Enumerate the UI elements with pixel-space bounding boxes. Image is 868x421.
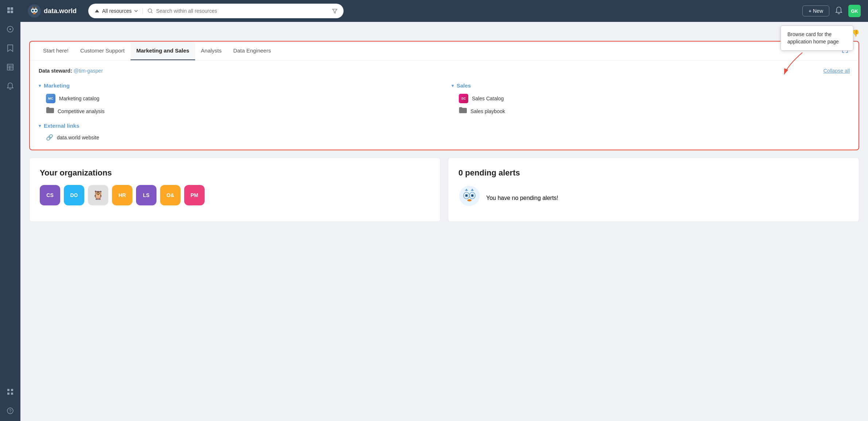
svg-rect-10 [7,389,9,391]
data-steward-row: Data steward: @tim-gasper Collapse all [39,68,850,74]
callout-arrow [780,51,824,76]
svg-point-22 [35,10,36,11]
svg-rect-13 [11,393,13,395]
org-hr[interactable]: HR [112,185,132,205]
item-dataworld-website[interactable]: 🔗 data.world website [46,134,850,141]
chevron-down-icon-external: ▾ [39,123,41,128]
item-sales-playbook[interactable]: Sales playbook [459,107,850,115]
alerts-title: 0 pending alerts [458,168,849,178]
alert-owl-icon [458,185,480,211]
section-external-links: ▾ External links 🔗 data.world website [39,123,850,141]
svg-rect-2 [7,11,10,13]
filter-icon[interactable] [332,8,338,14]
rate-bar: Rate your experience 👍 👎 [29,29,859,37]
section-marketing: ▾ Marketing MC Marketing catalog [39,82,437,115]
link-icon: 🔗 [46,134,53,141]
folder-icon [46,107,54,115]
item-dataworld-website-label: data.world website [57,135,99,140]
sidebar-icon-help[interactable]: ? [4,405,16,417]
svg-rect-3 [11,11,13,13]
svg-point-33 [472,195,473,196]
org-do[interactable]: DO [64,185,84,205]
tab-start-here[interactable]: Start here! [37,42,74,60]
main-container: data.world All resources [20,0,868,421]
search-bar: All resources [88,4,344,18]
org-owl[interactable]: 🦉 [88,185,108,205]
org-o[interactable]: O& [160,185,181,205]
sidebar-icon-compass[interactable] [4,23,16,35]
callout-container: Browse card for the application home pag… [780,26,853,78]
item-marketing-catalog[interactable]: MC Marketing catalog [46,94,437,103]
svg-rect-12 [7,393,9,395]
sidebar-icon-table[interactable] [4,61,16,73]
brand[interactable]: data.world [28,4,77,18]
section-marketing-title: Marketing [44,82,70,89]
folder-icon-sales [459,107,467,115]
sidebar-icon-grid[interactable] [4,4,16,16]
new-button[interactable]: + New [802,5,829,16]
svg-rect-6 [7,64,13,70]
sidebar-icon-apps[interactable] [4,386,16,398]
svg-point-32 [466,195,467,196]
tab-data-engineers[interactable]: Data Engineers [228,42,277,60]
data-steward-info: Data steward: @tim-gasper [39,68,103,74]
section-external-links-title: External links [44,123,80,129]
alerts-message: You have no pending alerts! [486,195,558,201]
svg-rect-0 [7,7,10,10]
org-icons: CS DO 🦉 HR LS O& PM [40,185,430,205]
section-marketing-header[interactable]: ▾ Marketing [39,82,437,89]
tab-analysts[interactable]: Analysts [195,42,228,60]
svg-rect-1 [11,7,13,10]
item-sales-playbook-label: Sales playbook [470,108,505,114]
notification-icon[interactable] [835,6,842,16]
svg-point-21 [32,10,34,11]
user-avatar[interactable]: GK [848,5,861,17]
svg-point-23 [33,13,36,14]
section-sales-header[interactable]: ▾ Sales [452,82,850,89]
sidebar-icon-bookmark[interactable] [4,42,16,54]
svg-line-25 [151,12,152,13]
nav-actions: + New GK [802,5,861,17]
section-sales: ▾ Sales SC Sales Catalog [452,82,850,115]
section-external-links-items: 🔗 data.world website [39,134,850,141]
topnav: data.world All resources [20,0,868,22]
callout-text: Browse card for the application home pag… [787,31,839,45]
svg-point-5 [9,28,11,30]
org-pm[interactable]: PM [184,185,205,205]
item-sales-catalog-label: Sales Catalog [472,96,504,101]
sidebar: ? [0,0,20,421]
organizations-title: Your organizations [40,168,430,178]
svg-text:?: ? [9,409,12,414]
tab-marketing-and-sales[interactable]: Marketing and Sales [131,42,195,60]
svg-rect-11 [11,389,13,391]
section-sales-title: Sales [457,82,471,89]
data-steward-label: Data steward: [39,68,72,74]
alerts-content: You have no pending alerts! [458,185,849,211]
tab-customer-support[interactable]: Customer Support [74,42,131,60]
section-external-links-header[interactable]: ▾ External links [39,123,850,129]
content-area: Browse card for the application home pag… [20,22,868,421]
sidebar-icon-bell[interactable] [4,80,16,92]
org-cs[interactable]: CS [40,185,60,205]
card-body: Data steward: @tim-gasper Collapse all ▾… [30,61,859,150]
data-steward-link[interactable]: @tim-gasper [74,68,103,74]
resource-selector[interactable]: All resources [90,8,143,14]
chevron-down-icon: ▾ [39,83,41,88]
badge-mc: MC [46,94,55,103]
callout-box: Browse card for the application home pag… [780,26,853,51]
item-sales-catalog[interactable]: SC Sales Catalog [459,94,850,103]
resource-selector-label: All resources [102,8,132,14]
bottom-grid: Your organizations CS DO 🦉 HR LS O& PM 0… [29,158,859,222]
item-competitive-analysis-label: Competitive analysis [58,108,104,114]
item-marketing-catalog-label: Marketing catalog [59,96,100,101]
search-input[interactable] [156,8,329,14]
item-competitive-analysis[interactable]: Competitive analysis [46,107,437,115]
org-ls[interactable]: LS [136,185,156,205]
browse-card: Start here! Customer Support Marketing a… [29,41,859,150]
badge-sc: SC [459,94,468,103]
alerts-card: 0 pending alerts [448,158,859,222]
svg-point-34 [467,199,472,201]
brand-name: data.world [44,7,77,15]
search-input-area [143,8,342,14]
section-marketing-items: MC Marketing catalog Competi [39,94,437,115]
